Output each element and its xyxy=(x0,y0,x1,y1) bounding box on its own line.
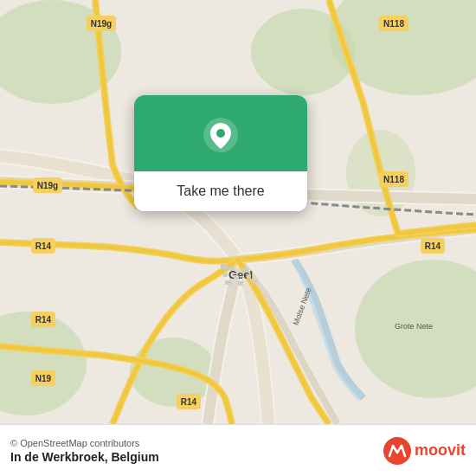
svg-rect-31 xyxy=(242,268,248,273)
svg-rect-32 xyxy=(223,273,228,277)
take-me-there-button[interactable]: Take me there xyxy=(134,171,307,211)
popup-header xyxy=(134,95,307,171)
moovit-brand-text: moovit xyxy=(415,441,466,460)
svg-rect-34 xyxy=(247,274,251,279)
location-popup: Take me there xyxy=(134,95,307,211)
svg-text:Grote Nete: Grote Nete xyxy=(395,322,433,331)
bottom-left: © OpenStreetMap contributors In de Werkb… xyxy=(10,438,159,464)
location-pin-icon xyxy=(202,116,240,154)
map-svg: N19g N19g N118 N118 R14 R14 R14 R14 N19 … xyxy=(0,0,476,424)
svg-text:N118: N118 xyxy=(383,175,404,184)
svg-rect-35 xyxy=(225,280,232,285)
moovit-logo[interactable]: moovit xyxy=(383,437,466,465)
copyright-text: © OpenStreetMap contributors xyxy=(10,438,159,448)
svg-rect-37 xyxy=(251,280,257,283)
svg-text:N19g: N19g xyxy=(37,181,58,190)
svg-text:R14: R14 xyxy=(35,315,52,325)
svg-text:R14: R14 xyxy=(425,241,441,251)
svg-rect-29 xyxy=(221,264,228,269)
map-view[interactable]: N19g N19g N118 N118 R14 R14 R14 R14 N19 … xyxy=(0,0,476,424)
svg-text:R14: R14 xyxy=(35,241,52,251)
svg-text:N19g: N19g xyxy=(91,19,112,29)
svg-text:N19: N19 xyxy=(35,374,52,383)
svg-rect-33 xyxy=(234,275,239,279)
svg-text:N118: N118 xyxy=(383,19,404,29)
svg-point-39 xyxy=(216,129,225,138)
location-title: In de Werkbroek, Belgium xyxy=(10,450,159,464)
moovit-logo-icon xyxy=(383,437,411,465)
svg-rect-36 xyxy=(238,281,243,286)
svg-rect-30 xyxy=(229,267,235,271)
svg-text:R14: R14 xyxy=(181,397,197,407)
bottom-bar: © OpenStreetMap contributors In de Werkb… xyxy=(0,424,476,476)
